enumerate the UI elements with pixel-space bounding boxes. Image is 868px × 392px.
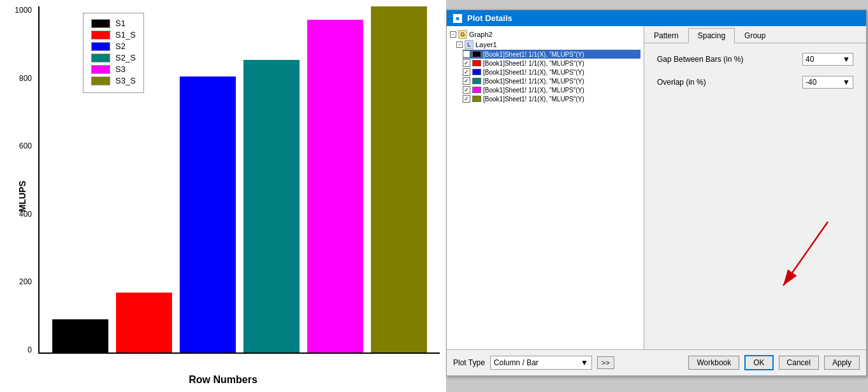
layer-expander[interactable]: - xyxy=(456,41,463,48)
plot-type-label: Plot Type xyxy=(453,358,485,367)
y-tick-800: 800 xyxy=(0,75,35,82)
tree-dataset-5[interactable]: ✓[Book1]Sheet1! 1/1(X), "MLUPS"(Y) xyxy=(463,94,640,103)
legend-label-s2-s: S2_S xyxy=(115,53,136,62)
footer-arrows: >> xyxy=(597,356,614,369)
dataset-color-3 xyxy=(472,78,481,84)
tab-pattern[interactable]: Pattern xyxy=(644,28,688,43)
legend-item-s3-s: S3_S xyxy=(91,76,136,85)
dataset-label-2: [Book1]Sheet1! 1/1(X), "MLUPS"(Y) xyxy=(483,69,584,76)
gap-row: Gap Between Bars (in %) 40 ▼ xyxy=(657,53,853,66)
graph-label: Graph2 xyxy=(469,31,493,38)
panel-title: Plot Details xyxy=(467,13,512,23)
dataset-label-4: [Book1]Sheet1! 1/1(X), "MLUPS"(Y) xyxy=(483,87,584,94)
settings-tabs: Pattern Spacing Group xyxy=(644,26,866,43)
gap-dropdown[interactable]: 40 ▼ xyxy=(802,53,853,66)
bar-s3-s xyxy=(371,6,427,352)
y-tick-200: 200 xyxy=(0,278,35,286)
panel-titlebar: ■ Plot Details xyxy=(447,10,866,26)
ok-button[interactable]: OK xyxy=(744,355,773,370)
graph-icon: G xyxy=(458,30,467,39)
legend-label-s3-s: S3_S xyxy=(115,76,136,85)
overlap-label: Overlap (in %) xyxy=(657,78,706,87)
red-arrow-annotation xyxy=(751,209,853,311)
gap-value: 40 xyxy=(806,55,814,64)
legend-item-s1-s: S1_S xyxy=(91,30,136,40)
y-tick-600: 600 xyxy=(0,142,35,150)
dataset-color-4 xyxy=(472,87,481,93)
legend-color-s3 xyxy=(91,65,110,74)
overlap-value: -40 xyxy=(806,78,816,87)
tree-dataset-1[interactable]: ✓[Book1]Sheet1! 1/1(X), "MLUPS"(Y) xyxy=(463,59,640,68)
tab-spacing[interactable]: Spacing xyxy=(688,28,735,43)
dataset-label-0: [Book1]Sheet1! 1/1(X), "MLUPS"(Y) xyxy=(483,51,584,58)
apply-button[interactable]: Apply xyxy=(824,356,860,370)
y-tick-400: 400 xyxy=(0,210,35,218)
bar-s2-s xyxy=(243,60,300,352)
dataset-label-5: [Book1]Sheet1! 1/1(X), "MLUPS"(Y) xyxy=(483,96,584,103)
gap-label: Gap Between Bars (in %) xyxy=(657,55,743,64)
dataset-checkbox-0[interactable]: ✓ xyxy=(463,50,470,58)
tab-group[interactable]: Group xyxy=(735,28,775,43)
x-axis-label: Row Numbers xyxy=(189,374,257,386)
dataset-color-0 xyxy=(472,51,481,57)
tree-dataset-3[interactable]: ✓[Book1]Sheet1! 1/1(X), "MLUPS"(Y) xyxy=(463,76,640,85)
chart-area: MLUPS 0 200 400 600 800 1000 Row Numbers… xyxy=(0,0,446,392)
legend-label-s3: S3 xyxy=(115,64,126,74)
dataset-checkbox-4[interactable]: ✓ xyxy=(463,86,470,94)
legend-item-s1: S1 xyxy=(91,18,136,28)
plot-details-panel: ■ Plot Details - G Graph2 - L Layer1 ✓[B… xyxy=(446,10,867,376)
dataset-checkbox-1[interactable]: ✓ xyxy=(463,59,470,67)
dataset-color-2 xyxy=(472,69,481,75)
y-tick-labels: 0 200 400 600 800 1000 xyxy=(0,6,35,354)
panel-icon: ■ xyxy=(453,14,462,23)
bar-s3 xyxy=(307,20,363,352)
footer-arrows-btn[interactable]: >> xyxy=(597,356,614,369)
panel-footer: Plot Type Column / Bar ▼ >> Workbook OK … xyxy=(447,349,866,375)
legend-item-s2: S2 xyxy=(91,41,136,51)
legend-label-s2: S2 xyxy=(115,41,126,51)
overlap-row: Overlap (in %) -40 ▼ xyxy=(657,76,853,89)
svg-line-1 xyxy=(783,222,828,286)
bar-s2 xyxy=(180,76,236,352)
overlap-dropdown-arrow: ▼ xyxy=(843,78,850,87)
dataset-checkbox-5[interactable]: ✓ xyxy=(463,95,470,103)
y-tick-1000: 1000 xyxy=(0,6,35,14)
tree-datasets: ✓[Book1]Sheet1! 1/1(X), "MLUPS"(Y)✓[Book… xyxy=(450,50,640,103)
settings-panel: Pattern Spacing Group Gap Between Bars (… xyxy=(644,26,866,349)
dataset-checkbox-3[interactable]: ✓ xyxy=(463,77,470,85)
layer-icon: L xyxy=(465,40,474,49)
plot-type-arrow: ▼ xyxy=(581,358,588,367)
legend-color-s2-s xyxy=(91,54,110,62)
dataset-label-1: [Book1]Sheet1! 1/1(X), "MLUPS"(Y) xyxy=(483,60,584,67)
legend-color-s1 xyxy=(91,19,110,28)
panel-body: - G Graph2 - L Layer1 ✓[Book1]Sheet1! 1/… xyxy=(447,26,866,349)
layer-label: Layer1 xyxy=(475,41,497,48)
tree-graph-node[interactable]: - G Graph2 xyxy=(450,29,640,40)
dataset-checkbox-2[interactable]: ✓ xyxy=(463,68,470,76)
graph-expander[interactable]: - xyxy=(450,31,456,38)
legend-label-s1-s: S1_S xyxy=(115,30,136,40)
y-tick-0: 0 xyxy=(0,346,35,354)
legend-color-s3-s xyxy=(91,76,110,85)
legend-item-s3: S3 xyxy=(91,64,136,74)
bar-s1-s xyxy=(116,293,172,352)
legend-color-s2 xyxy=(91,42,110,51)
plot-type-value: Column / Bar xyxy=(494,358,539,367)
plot-type-dropdown[interactable]: Column / Bar ▼ xyxy=(490,356,592,370)
dataset-label-3: [Book1]Sheet1! 1/1(X), "MLUPS"(Y) xyxy=(483,78,584,85)
workbook-button[interactable]: Workbook xyxy=(688,356,739,370)
tree-panel: - G Graph2 - L Layer1 ✓[Book1]Sheet1! 1/… xyxy=(447,26,644,349)
tree-dataset-2[interactable]: ✓[Book1]Sheet1! 1/1(X), "MLUPS"(Y) xyxy=(463,68,640,76)
tree-dataset-4[interactable]: ✓[Book1]Sheet1! 1/1(X), "MLUPS"(Y) xyxy=(463,85,640,94)
overlap-dropdown[interactable]: -40 ▼ xyxy=(802,76,853,89)
gap-dropdown-arrow: ▼ xyxy=(843,55,850,64)
legend-color-s1-s xyxy=(91,31,110,40)
legend-item-s2-s: S2_S xyxy=(91,53,136,62)
dataset-color-1 xyxy=(472,60,481,66)
cancel-button[interactable]: Cancel xyxy=(779,356,819,370)
settings-content: Gap Between Bars (in %) 40 ▼ Overlap (in… xyxy=(644,43,866,349)
bar-s1 xyxy=(52,319,108,352)
tree-layer-node[interactable]: - L Layer1 xyxy=(456,40,640,50)
tree-dataset-0[interactable]: ✓[Book1]Sheet1! 1/1(X), "MLUPS"(Y) xyxy=(463,50,640,59)
chart-legend: S1S1_SS2S2_SS3S3_S xyxy=(83,13,144,93)
